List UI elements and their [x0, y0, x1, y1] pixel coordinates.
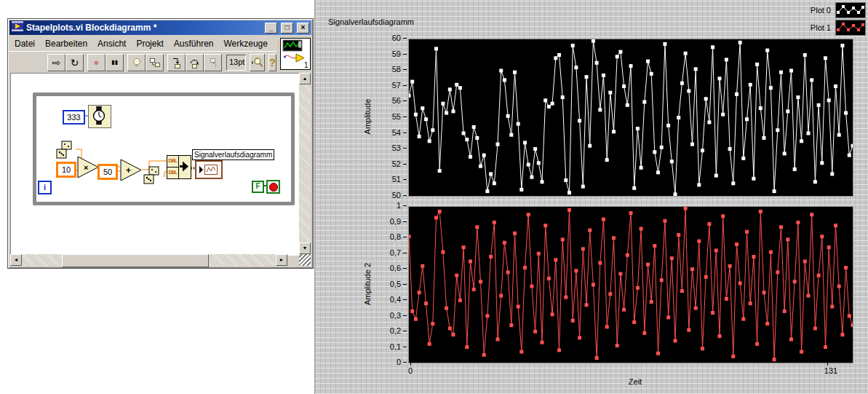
window-resize-grip[interactable] [299, 254, 311, 266]
front-panel: Signalverlaufsdiagramm Plot 0Plot 1 Ampl… [314, 0, 868, 394]
y-tick: 55 [392, 112, 407, 122]
diagram-viewport[interactable]: 333 10 × 50 + DBL DBL [10, 73, 300, 256]
stepover-icon [189, 57, 201, 68]
false-constant[interactable]: F [252, 181, 264, 193]
loop-condition-terminal[interactable] [266, 180, 280, 194]
wait-until-next-ms-node[interactable] [88, 105, 111, 128]
y-tick-mark [403, 205, 407, 206]
bundle-inputs: DBL DBL [167, 156, 179, 178]
step-over-button[interactable] [186, 54, 204, 71]
y-tick: 51 [392, 175, 407, 184]
highlight-execution-button[interactable] [127, 54, 146, 71]
horizontal-scrollbar[interactable]: ◄ ► [10, 254, 287, 266]
legend-row-0[interactable]: Plot 0 [811, 2, 866, 18]
y-tick-label: 0,4 [390, 295, 401, 304]
y-tick-mark [403, 237, 407, 237]
y-tick: 0,5 [390, 280, 407, 289]
y-tick-label: 59 [392, 50, 401, 59]
random-number-node-2[interactable] [143, 166, 163, 186]
y-tick-label: 50 [392, 191, 401, 200]
loop-iteration-terminal[interactable]: i [38, 181, 52, 194]
waveform-chart-plot0[interactable] [408, 39, 853, 197]
y-tick-mark [403, 315, 407, 316]
chart-terminal-label[interactable]: Signalverlaufsdiagramm [192, 149, 274, 160]
dice-icon [55, 141, 76, 161]
multiplier-constant[interactable]: 10 [56, 162, 76, 178]
menu-item-ausfhren[interactable]: Ausführen [169, 37, 219, 50]
window-title: Stapelplots.vi Blockdiagramm * [26, 23, 261, 33]
maximize-button[interactable]: □ [281, 23, 293, 34]
stop-sign-icon [269, 183, 278, 192]
y-tick-mark [403, 179, 407, 180]
y-tick: 59 [392, 50, 407, 59]
menu-bar: DateiBearbeitenAnsichtProjektAusführenWe… [9, 36, 276, 51]
vi-icon[interactable]: 1 [279, 36, 311, 71]
menu-item-datei[interactable]: Datei [9, 37, 40, 50]
title-bar[interactable]: Stapelplots.vi Blockdiagramm * _ □ × [9, 20, 311, 35]
waveform-chart-plot1[interactable] [408, 206, 853, 363]
metronome-icon [89, 106, 109, 126]
menu-item-ansicht[interactable]: Ansicht [92, 37, 131, 50]
legend-line-sample-icon[interactable] [835, 2, 866, 18]
bundle-node[interactable]: DBL DBL [167, 155, 191, 179]
y-tick-label: 56 [392, 96, 401, 106]
menu-item-bearbeiten[interactable]: Bearbeiten [40, 37, 92, 50]
menu-item-werkzeuge[interactable]: Werkzeuge [218, 37, 272, 50]
y-tick-mark [403, 284, 407, 285]
y-tick-mark [403, 221, 407, 222]
y-tick-mark [403, 253, 407, 253]
y-tick-mark [403, 299, 407, 300]
scroll-left-button[interactable]: ◄ [10, 254, 22, 266]
add-node[interactable]: + [120, 159, 143, 181]
retain-wire-values-button[interactable] [146, 54, 164, 71]
y-tick: 0,4 [390, 295, 407, 304]
bundle-input-dbl-0: DBL [167, 156, 178, 167]
legend-row-1[interactable]: Plot 1 [811, 20, 866, 36]
stepout-icon [207, 57, 219, 68]
font-selector[interactable]: 13pt Anwe [226, 55, 246, 71]
stepinto-icon [171, 57, 183, 68]
close-button[interactable]: × [297, 23, 309, 34]
run-continuous-button[interactable]: ↻ [65, 54, 84, 71]
plot-legend[interactable]: Plot 0Plot 1 [811, 2, 866, 36]
legend-line-sample-icon[interactable] [835, 20, 866, 36]
multiply-node[interactable]: × [77, 156, 100, 178]
scroll-down-button[interactable]: ▼ [299, 243, 311, 254]
waveform-chart-terminal[interactable] [195, 160, 223, 179]
y-tick: 57 [392, 81, 407, 90]
scroll-right-button[interactable]: ► [276, 254, 287, 266]
x-axis-label: Zeit [606, 377, 664, 386]
y-tick: 1 [397, 201, 407, 210]
pause-button[interactable]: ▮▮ [105, 54, 124, 71]
abort-button[interactable]: ● [87, 54, 105, 71]
y-tick-label: 0,9 [390, 217, 401, 226]
y-tick-label: 0,6 [390, 264, 401, 273]
svg-text:×: × [84, 163, 88, 172]
y-tick-mark [403, 195, 407, 196]
minimize-button[interactable]: _ [265, 23, 277, 34]
y-tick-mark [403, 101, 407, 101]
y-tick: 54 [392, 128, 407, 138]
y-tick-label: 51 [392, 175, 401, 184]
step-into-button[interactable] [167, 54, 186, 71]
y-tick-label: 0,8 [390, 232, 401, 242]
y-tick-mark [403, 268, 407, 269]
search-button[interactable] [250, 54, 265, 71]
y-tick-mark [403, 347, 407, 347]
random-number-node[interactable] [55, 141, 76, 161]
wait-ms-constant[interactable]: 333 [63, 110, 85, 125]
horizontal-scrollbar-thumb[interactable] [62, 254, 209, 267]
help-button[interactable]: ? [268, 54, 276, 71]
scroll-up-button[interactable]: ▲ [299, 73, 311, 84]
menu-item-projekt[interactable]: Projekt [131, 37, 168, 50]
run-button[interactable]: ⇨ [47, 54, 65, 71]
vertical-scrollbar[interactable]: ▲ ▼ [299, 73, 311, 254]
y-tick-mark [403, 117, 407, 117]
offset-constant[interactable]: 50 [97, 164, 118, 180]
y-tick-mark [403, 164, 407, 165]
chart-caption: Signalverlaufsdiagramm [328, 17, 414, 26]
y-tick: 0,1 [390, 342, 407, 352]
y-tick: 53 [392, 143, 407, 153]
vi-icon-badge: 1 [304, 61, 308, 69]
y-tick: 58 [392, 65, 407, 74]
